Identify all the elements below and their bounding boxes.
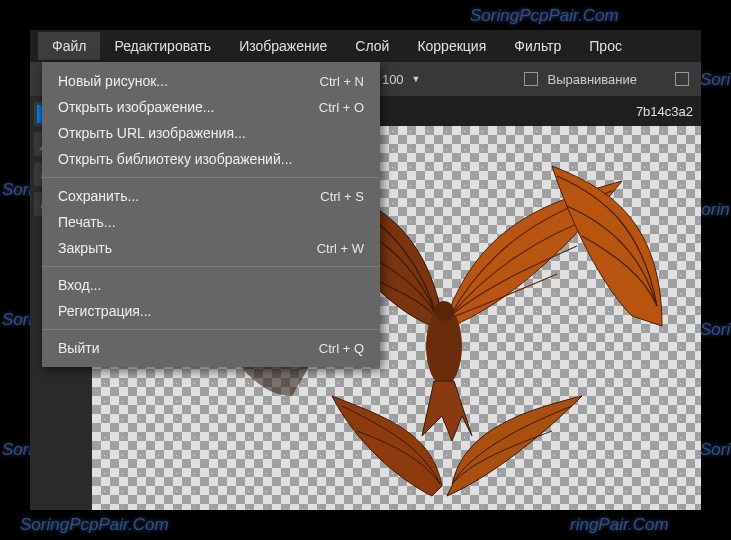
watermark: ringPair.Com [570,515,669,535]
watermark: SoringPcpPair.Com [470,6,619,26]
menu-item-login[interactable]: Вход... [42,272,380,298]
menu-file[interactable]: Файл [38,32,100,60]
document-name: 7b14c3a2 [636,104,693,119]
watermark: SoringPcpPair.Com [20,515,169,535]
menu-item-open-library[interactable]: Открыть библиотеку изображений... [42,146,380,172]
checkbox-other[interactable] [675,72,689,86]
menu-item-new[interactable]: Новый рисунок... Ctrl + N [42,68,380,94]
watermark: Sori [700,440,730,460]
menu-separator [42,266,380,267]
menu-separator [42,329,380,330]
watermark: Sori [700,320,730,340]
chevron-down-icon: ▼ [412,74,421,84]
watermark: Sori [700,70,730,90]
menu-item-open-url[interactable]: Открыть URL изображения... [42,120,380,146]
menu-image[interactable]: Изображение [225,32,341,60]
opacity-field[interactable]: 100▼ [382,72,421,87]
checkbox-align-label: Выравнивание [548,72,637,87]
app-window: Файл Редактировать Изображение Слой Корр… [30,30,701,510]
menu-adjustment[interactable]: Коррекция [403,32,500,60]
menu-separator [42,177,380,178]
menu-item-exit[interactable]: Выйти Ctrl + Q [42,335,380,361]
file-menu-dropdown: Новый рисунок... Ctrl + N Открыть изобра… [42,62,380,367]
menu-item-print[interactable]: Печать... [42,209,380,235]
menu-view[interactable]: Прос [575,32,636,60]
checkbox-align[interactable] [524,72,538,86]
menu-item-register[interactable]: Регистрация... [42,298,380,324]
menu-item-open[interactable]: Открыть изображение... Ctrl + O [42,94,380,120]
menu-layer[interactable]: Слой [341,32,403,60]
svg-point-5 [434,301,454,321]
menu-item-close[interactable]: Закрыть Ctrl + W [42,235,380,261]
menu-edit[interactable]: Редактировать [100,32,225,60]
menubar: Файл Редактировать Изображение Слой Корр… [30,30,701,62]
menu-item-save[interactable]: Сохранить... Ctrl + S [42,183,380,209]
menu-filter[interactable]: Фильтр [500,32,575,60]
